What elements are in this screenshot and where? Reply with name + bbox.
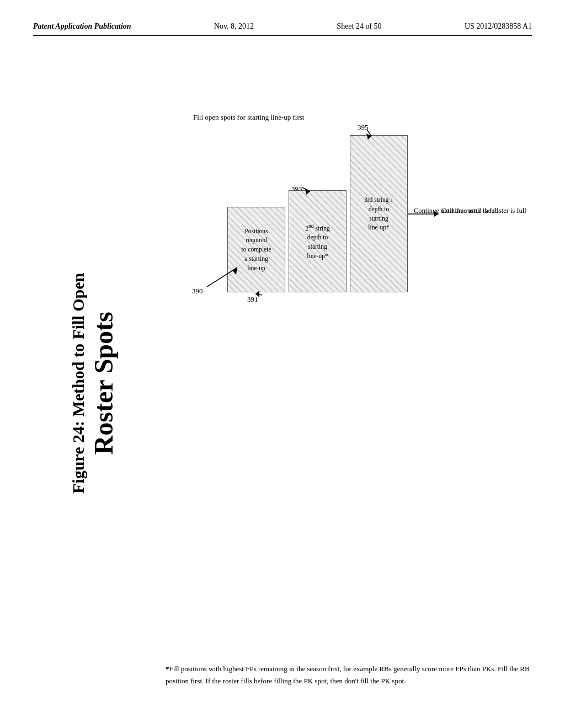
figure-label-line1: Figure 24: Method to Fill Open bbox=[69, 273, 88, 494]
box-391-text: Positionsrequiredto completea startingli… bbox=[242, 227, 271, 272]
header-patent-number: US 2012/0283858 A1 bbox=[465, 22, 532, 31]
header-date: Nov. 8, 2012 bbox=[214, 22, 254, 31]
diagram-section: Fill open spots for starting line-up fir… bbox=[154, 47, 532, 687]
box-395-text: 3rd string ↓depth tostartingline-up* bbox=[364, 195, 393, 232]
box-395: 3rd string ↓depth tostartingline-up* bbox=[350, 135, 408, 292]
footnote-area: *Fill positions with highest FPs remaini… bbox=[166, 657, 532, 687]
header-publication-label: Patent Application Publication bbox=[33, 22, 131, 31]
label-390: 390 bbox=[192, 287, 203, 296]
figure-label-line2: Roster Spots bbox=[88, 273, 119, 494]
diagram-caption: Fill open spots for starting line-up fir… bbox=[193, 113, 304, 122]
label-395: 395 bbox=[358, 123, 369, 132]
box-393: 2nd stringdepth tostartingline-up* bbox=[289, 190, 347, 292]
page-container: Patent Application Publication Nov. 8, 2… bbox=[0, 0, 565, 728]
page-header: Patent Application Publication Nov. 8, 2… bbox=[33, 22, 532, 36]
box-391: Positionsrequiredto completea startingli… bbox=[227, 207, 285, 292]
main-content: Figure 24: Method to Fill Open Roster Sp… bbox=[33, 47, 532, 687]
figure-title-area: Figure 24: Method to Fill Open Roster Sp… bbox=[33, 47, 154, 687]
label-391: 391 bbox=[247, 295, 258, 304]
footnote-text: *Fill positions with highest FPs remaini… bbox=[166, 665, 530, 684]
continue-text: Continue until the roster is full bbox=[441, 207, 526, 215]
box-393-text: 2nd stringdepth tostartingline-up* bbox=[305, 222, 329, 261]
footnote-body: Fill positions with highest FPs remainin… bbox=[166, 665, 530, 684]
diagram-area: Fill open spots for starting line-up fir… bbox=[166, 58, 532, 641]
header-sheet: Sheet 24 of 50 bbox=[337, 22, 381, 31]
